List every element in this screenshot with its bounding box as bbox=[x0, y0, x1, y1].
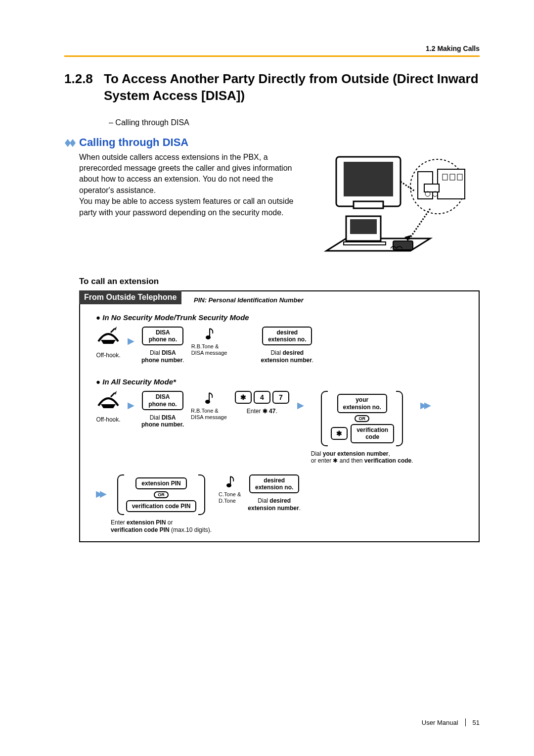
music-note-icon bbox=[223, 474, 236, 489]
procedure-title: To call an extension bbox=[79, 277, 480, 286]
arrow-double-icon: ▶▶ bbox=[96, 488, 104, 499]
disa-caption-2: DISAphone number bbox=[141, 349, 182, 363]
mode1-flow: Off-hook. ▶ DISA phone no. Dial DISAphon… bbox=[96, 327, 479, 364]
svg-rect-17 bbox=[344, 242, 386, 245]
option-group: extension PIN OR verification code PIN bbox=[117, 474, 206, 516]
offhook-step-2: Off-hook. bbox=[96, 391, 121, 423]
svg-rect-3 bbox=[344, 162, 393, 196]
svg-point-25 bbox=[226, 483, 231, 487]
music-note-icon bbox=[202, 391, 215, 406]
key-4: 4 bbox=[254, 391, 270, 404]
disa-step-2: DISA phone no. Dial DISAphone number. bbox=[141, 391, 184, 428]
svg-line-14 bbox=[400, 182, 415, 191]
desired-ext-box: desired extension no. bbox=[249, 474, 299, 494]
desired-ext-step: desired extension no. Dial desiredextens… bbox=[261, 327, 313, 364]
pbx-illustration bbox=[316, 152, 480, 266]
disa-caption-1: Dial bbox=[150, 349, 162, 356]
rbtone-step: R.B.Tone & DISA message bbox=[191, 327, 227, 356]
toc-line: – Calling through DISA bbox=[109, 118, 480, 127]
verif-pin-box: verification code PIN bbox=[126, 500, 197, 512]
mode2-label: In All Security Mode* bbox=[96, 378, 479, 386]
svg-marker-23 bbox=[115, 391, 117, 395]
svg-rect-11 bbox=[424, 184, 439, 192]
disa-step: DISA phone no. Dial DISAphone number. bbox=[141, 327, 184, 364]
breadcrumb: 1.2 Making Calls bbox=[64, 45, 480, 52]
option-group: your extension no. OR ✱ verification cod… bbox=[321, 391, 403, 446]
disa-phone-box: DISA phone no. bbox=[142, 327, 183, 346]
offhook-icon bbox=[96, 391, 121, 412]
svg-point-24 bbox=[205, 400, 210, 404]
ext-or-verif-step: your extension no. OR ✱ verification cod… bbox=[311, 391, 413, 464]
mode1-label: In No Security Mode/Trunk Security Mode bbox=[96, 313, 479, 322]
header-rule bbox=[64, 55, 480, 57]
diamond-icon bbox=[64, 138, 77, 150]
mode2-flow-2: ▶▶ extension PIN OR verification code PI… bbox=[96, 474, 479, 534]
footer-separator bbox=[465, 718, 466, 726]
or-pill: OR bbox=[154, 491, 169, 498]
disa-phone-box: DISA phone no. bbox=[142, 391, 183, 410]
offhook-icon bbox=[96, 327, 121, 348]
footer-label: User Manual bbox=[422, 719, 458, 726]
procedure-box: From Outside Telephone PIN: Personal Ide… bbox=[79, 290, 480, 542]
key-7: 7 bbox=[272, 391, 289, 404]
key-star: ✱ bbox=[331, 427, 348, 440]
page-footer: User Manual 51 bbox=[422, 718, 480, 726]
svg-rect-18 bbox=[393, 241, 413, 250]
procedure-tab: From Outside Telephone bbox=[79, 290, 181, 304]
svg-rect-7 bbox=[438, 169, 465, 199]
subheading: Calling through DISA bbox=[79, 136, 480, 149]
section-heading-text: To Access Another Party Directly from Ou… bbox=[104, 71, 480, 104]
verification-code-box: verification code bbox=[351, 424, 394, 443]
ctone-step: C.Tone & D.Tone bbox=[219, 474, 241, 504]
desired-ext-step-2: desired extension no. Dial desiredextens… bbox=[248, 474, 301, 512]
svg-rect-4 bbox=[354, 201, 383, 208]
pin-step: extension PIN OR verification code PIN E… bbox=[111, 474, 212, 534]
desired-ext-box: desired extension no. bbox=[262, 327, 312, 346]
arrow-double-icon: ▶▶ bbox=[420, 400, 428, 411]
svg-marker-1 bbox=[70, 139, 76, 147]
code-step: ✱ 4 7 Enter ✱ 47. bbox=[234, 391, 290, 415]
procedure-note: PIN: Personal Identification Number bbox=[194, 296, 304, 304]
arrow-icon: ▶ bbox=[128, 400, 134, 411]
page-number: 51 bbox=[473, 719, 480, 726]
or-pill: OR bbox=[355, 415, 369, 422]
section-number: 1.2.8 bbox=[64, 71, 104, 104]
page: 1.2 Making Calls 1.2.8 To Access Another… bbox=[0, 0, 534, 756]
intro-text: When outside callers access extensions i… bbox=[79, 152, 307, 266]
svg-marker-21 bbox=[115, 327, 117, 331]
offhook-step: Off-hook. bbox=[96, 327, 121, 359]
intro-row: When outside callers access extensions i… bbox=[79, 152, 480, 266]
rbtone-step-2: R.B.Tone & DISA message bbox=[191, 391, 227, 421]
music-note-icon bbox=[203, 327, 216, 341]
section-title: 1.2.8 To Access Another Party Directly f… bbox=[64, 71, 480, 104]
svg-rect-16 bbox=[350, 219, 377, 234]
key-star: ✱ bbox=[235, 391, 252, 404]
arrow-icon: ▶ bbox=[128, 335, 134, 346]
svg-line-19 bbox=[408, 209, 430, 241]
mode2-flow-1: Off-hook. ▶ DISA phone no. Dial DISAphon… bbox=[96, 391, 479, 464]
arrow-icon: ▶ bbox=[297, 400, 304, 411]
ext-pin-box: extension PIN bbox=[135, 477, 186, 489]
svg-point-22 bbox=[206, 335, 211, 339]
your-ext-box: your extension no. bbox=[337, 394, 387, 413]
